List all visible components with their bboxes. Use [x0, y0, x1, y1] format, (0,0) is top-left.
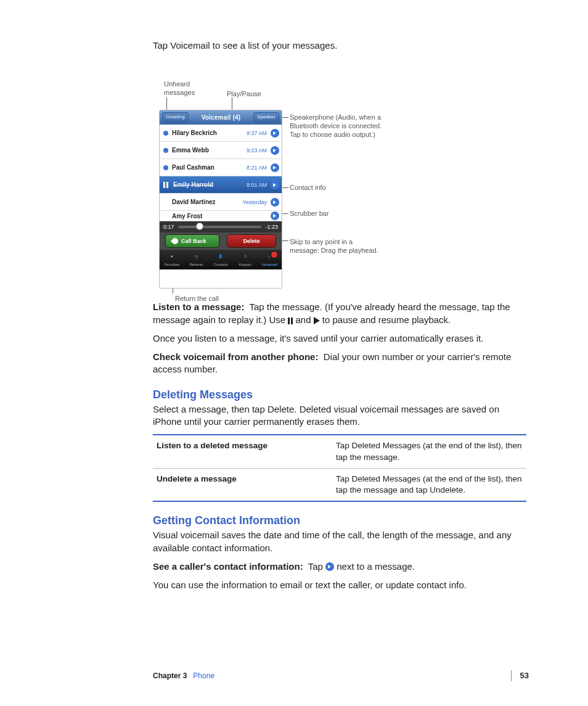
voicemail-row[interactable]: Hilary Beckrich 9:37 AM: [160, 125, 282, 142]
see-paragraph: See a caller's contact information: Tap …: [153, 560, 526, 573]
check-paragraph: Check voicemail from another phone: Dial…: [153, 351, 526, 376]
voicemail-row[interactable]: Amy Frost: [160, 211, 282, 221]
voicemail-row[interactable]: David Martinez Yesterday: [160, 194, 282, 211]
footer-page: 53: [511, 670, 529, 681]
info-icon: [325, 562, 334, 571]
pause-icon: [163, 182, 169, 188]
anno-skip: Skip to any point in a message: Drag the…: [290, 238, 382, 255]
table-row: Undelete a message Tap Deleted Messages …: [153, 468, 526, 501]
voicemail-row[interactable]: Paul Cashman 8:21 AM: [160, 159, 282, 176]
listen-paragraph: Listen to a message: Tap the message. (I…: [153, 301, 526, 326]
anno-speaker: Speakerphone (Audio, when a Bluetooth de…: [290, 113, 388, 139]
person-icon: 👤: [216, 252, 225, 261]
keypad-icon: ⠿: [241, 252, 250, 261]
voicemail-row-playing[interactable]: Emily Harrold 8:01 AM: [160, 176, 282, 194]
see-label: See a caller's contact information:: [153, 561, 303, 572]
page-footer: Chapter 3 Phone 53: [0, 670, 588, 681]
footer-chapter: Chapter 3: [153, 671, 187, 681]
tab-favorites[interactable]: ★Favorites: [160, 250, 184, 269]
tab-voicemail[interactable]: ⌕Voicemail: [257, 250, 282, 269]
table-row: Listen to a deleted message Tap Deleted …: [153, 435, 526, 468]
tab-contacts[interactable]: 👤Contacts: [208, 250, 233, 269]
scrubber-track[interactable]: [178, 226, 262, 228]
clock-icon: ◷: [192, 252, 200, 261]
unheard-dot-icon: [163, 165, 168, 170]
callback-button[interactable]: Call Back: [165, 234, 219, 248]
check-label: Check voicemail from another phone:: [153, 351, 318, 362]
saved-paragraph: Once you listen to a message, it's saved…: [153, 332, 526, 345]
info-icon[interactable]: [271, 211, 279, 220]
speaker-button[interactable]: Speaker: [253, 112, 279, 123]
deleting-table: Listen to a deleted message Tap Deleted …: [153, 434, 526, 502]
info-icon[interactable]: [271, 181, 279, 189]
annotated-screenshot: Unheard messages Play/Pause Speakerphone…: [153, 62, 547, 290]
play-icon: [314, 317, 320, 324]
anno-scrubber: Scrubber bar: [290, 210, 329, 218]
pause-icon: [288, 318, 293, 324]
tab-bar: ★Favorites ◷Recents 👤Contacts ⠿Keypad ⌕V…: [160, 250, 282, 269]
info-icon[interactable]: [271, 198, 279, 207]
voicemail-header: Greeting Voicemail (4) Speaker: [160, 110, 282, 125]
star-icon: ★: [168, 252, 176, 261]
playhead[interactable]: [197, 223, 203, 229]
anno-return: Return the call: [175, 295, 219, 303]
phone-mockup: Greeting Voicemail (4) Speaker Hilary Be…: [159, 110, 282, 289]
elapsed-time: 0:17: [163, 223, 174, 231]
contact-para: Visual voicemail saves the date and time…: [153, 529, 526, 554]
anno-unheard: Unheard messages: [164, 80, 207, 97]
tab-keypad[interactable]: ⠿Keypad: [233, 250, 258, 269]
unheard-dot-icon: [163, 148, 168, 153]
action-row: Call Back Delete: [160, 232, 282, 250]
heading-deleting: Deleting Messages: [153, 387, 526, 402]
remaining-time: -1:23: [265, 223, 278, 231]
heading-contact: Getting Contact Information: [153, 513, 526, 528]
intro-text: Tap Voicemail to see a list of your mess…: [153, 39, 526, 52]
delete-button[interactable]: Delete: [227, 234, 276, 248]
unheard-dot-icon: [163, 131, 168, 136]
info-icon[interactable]: [271, 146, 279, 155]
info-icon[interactable]: [271, 129, 279, 138]
scrubber-bar[interactable]: 0:17 -1:23: [160, 221, 282, 232]
tab-recents[interactable]: ◷Recents: [184, 250, 209, 269]
deleting-para: Select a message, then tap Delete. Delet…: [153, 403, 526, 429]
anno-contact: Contact info: [290, 184, 326, 192]
page-content: Tap Voicemail to see a list of your mess…: [0, 0, 588, 591]
footer-section: Phone: [193, 671, 214, 681]
voicemail-row[interactable]: Emma Webb 9:23 AM: [160, 142, 282, 159]
after-paragraph: You can use the information to email or …: [153, 579, 526, 591]
greeting-button[interactable]: Greeting: [162, 112, 189, 123]
voicemail-title: Voicemail (4): [202, 113, 241, 122]
info-icon[interactable]: [271, 163, 279, 172]
